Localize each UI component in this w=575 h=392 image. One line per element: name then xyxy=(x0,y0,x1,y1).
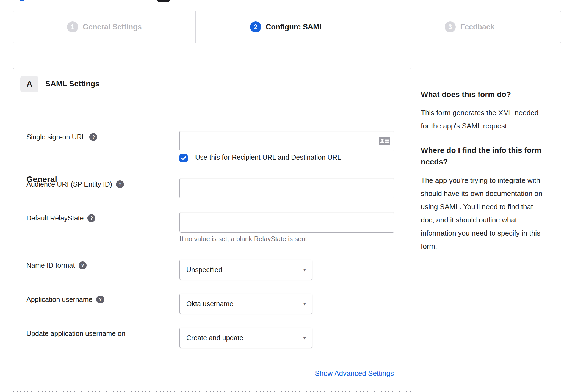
recipient-url-checkbox[interactable] xyxy=(179,154,188,162)
chevron-down-icon: ▾ xyxy=(303,335,306,341)
relay-state-help-icon[interactable]: ? xyxy=(87,214,95,222)
audience-uri-label-row: Audience URI (SP Entity ID) ? xyxy=(26,180,124,188)
step-3-label: Feedback xyxy=(460,23,495,31)
app-username-label: Application username xyxy=(26,296,92,303)
sidebar-paragraph-line: The app you're trying to integrate with xyxy=(421,174,550,187)
sso-url-label-row: Single sign-on URL ? xyxy=(26,133,97,141)
update-username-value: Create and update xyxy=(186,334,243,342)
cutoff-blue-fragment xyxy=(20,0,24,1)
step-2-number-badge: 2 xyxy=(250,21,261,32)
sidebar-paragraph-line: should have its own documentation on xyxy=(421,187,550,200)
update-username-dropdown[interactable]: Create and update ▾ xyxy=(179,328,312,348)
show-advanced-settings-link[interactable]: Show Advanced Settings xyxy=(315,369,394,378)
saml-settings-panel: A SAML Settings General Single sign-on U… xyxy=(13,68,411,392)
sidebar-paragraph-line: doc, and it should outline what xyxy=(421,213,550,227)
relay-state-hint: If no value is set, a blank RelayState i… xyxy=(179,235,307,243)
name-id-format-help-icon[interactable]: ? xyxy=(79,261,87,269)
app-username-help-icon[interactable]: ? xyxy=(96,296,104,303)
step-feedback[interactable]: 3 Feedback xyxy=(378,11,561,43)
help-sidebar: What does this form do? This form genera… xyxy=(421,90,561,265)
step-configure-saml[interactable]: 2 Configure SAML xyxy=(196,11,378,43)
sidebar-paragraph-line: This form generates the XML needed xyxy=(421,106,550,119)
sidebar-question-2-body: The app you're trying to integrate with … xyxy=(421,174,561,253)
chevron-down-icon: ▾ xyxy=(303,301,306,307)
chevron-down-icon: ▾ xyxy=(303,267,306,273)
sso-url-input[interactable] xyxy=(179,131,394,151)
sidebar-paragraph-line: form. xyxy=(421,240,550,253)
update-username-label-row: Update application username on xyxy=(26,330,125,338)
sidebar-question-1-title: What does this form do? xyxy=(421,90,561,100)
relay-state-input[interactable] xyxy=(179,212,394,233)
sidebar-title-line: Where do I find the info this form xyxy=(421,145,561,156)
step-1-label: General Settings xyxy=(83,23,142,31)
sso-url-label: Single sign-on URL xyxy=(26,133,85,141)
recipient-url-checkbox-label: Use this for Recipient URL and Destinati… xyxy=(195,153,341,161)
name-id-format-dropdown[interactable]: Unspecified ▾ xyxy=(179,260,312,280)
app-username-dropdown[interactable]: Okta username ▾ xyxy=(179,294,312,314)
sidebar-title-line: needs? xyxy=(421,156,561,168)
name-id-format-label: Name ID format xyxy=(26,261,75,269)
audience-uri-help-icon[interactable]: ? xyxy=(116,180,124,188)
section-a-badge: A xyxy=(20,76,38,92)
sidebar-paragraph-line: information you need to specify in this xyxy=(421,227,550,240)
name-id-format-label-row: Name ID format ? xyxy=(26,261,87,269)
step-general-settings[interactable]: 1 General Settings xyxy=(13,11,196,43)
step-3-number-badge: 3 xyxy=(445,21,456,32)
step-1-number-badge: 1 xyxy=(67,21,78,32)
name-id-format-value: Unspecified xyxy=(186,266,222,274)
update-username-label: Update application username on xyxy=(26,330,125,338)
sidebar-paragraph-line: for the app's SAML request. xyxy=(421,119,550,132)
sso-url-help-icon[interactable]: ? xyxy=(89,133,97,141)
sidebar-question-1-body: This form generates the XML needed for t… xyxy=(421,106,561,132)
contact-card-icon[interactable] xyxy=(379,137,390,145)
audience-uri-input[interactable] xyxy=(179,178,394,198)
section-title: SAML Settings xyxy=(45,79,99,88)
wizard-step-bar: 1 General Settings 2 Configure SAML 3 Fe… xyxy=(13,11,561,43)
relay-state-label-row: Default RelayState ? xyxy=(26,214,95,222)
app-username-value: Okta username xyxy=(186,300,233,308)
cutoff-app-logo-fragment xyxy=(157,0,170,2)
sidebar-paragraph-line: using SAML. You'll need to find that xyxy=(421,200,550,213)
checkmark-icon xyxy=(181,156,186,160)
relay-state-label: Default RelayState xyxy=(26,214,84,222)
step-2-label: Configure SAML xyxy=(266,23,324,31)
sidebar-question-2-title: Where do I find the info this form needs… xyxy=(421,145,561,168)
sso-url-input-wrap xyxy=(179,131,394,151)
audience-uri-label: Audience URI (SP Entity ID) xyxy=(26,180,112,188)
app-username-label-row: Application username ? xyxy=(26,296,104,303)
